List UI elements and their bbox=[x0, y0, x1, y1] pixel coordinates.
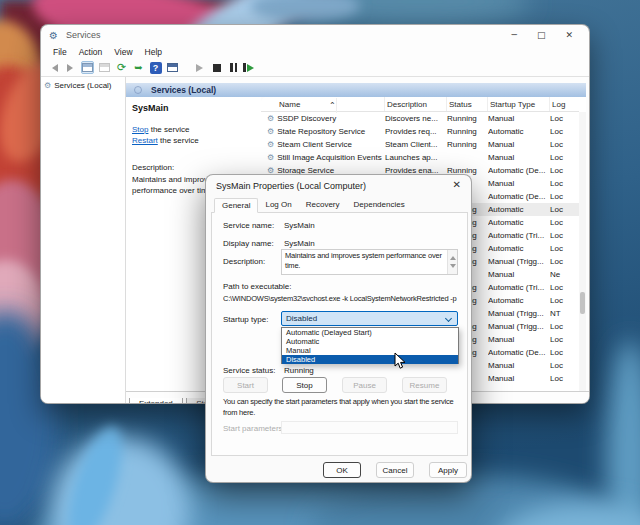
stop-link-suffix: the service bbox=[148, 125, 189, 134]
stop-service-link[interactable]: Stop bbox=[132, 125, 148, 134]
table-row[interactable]: ⚙SSDP DiscoveryDiscovers ne...RunningMan… bbox=[261, 112, 579, 125]
list-scrollbar[interactable] bbox=[579, 112, 586, 391]
start-button[interactable]: Start bbox=[223, 377, 268, 393]
cell-logon: Loc bbox=[550, 203, 579, 216]
cell-startup-type: Automatic (De... bbox=[488, 346, 550, 359]
cell-logon: Loc bbox=[550, 242, 579, 255]
startup-type-dropdown[interactable]: Disabled bbox=[281, 311, 458, 326]
cell-description: Discovers ne... bbox=[385, 112, 447, 125]
cell-logon: Loc bbox=[550, 216, 579, 229]
cell-logon: Loc bbox=[550, 255, 579, 268]
resume-button[interactable]: Resume bbox=[402, 377, 447, 393]
window-title: Services bbox=[66, 30, 101, 40]
tab-extended[interactable]: Extended bbox=[129, 398, 183, 404]
cell-description: Steam Client... bbox=[385, 138, 447, 151]
description-label: Description: bbox=[132, 163, 174, 172]
cell-logon: Loc bbox=[550, 138, 579, 151]
title-bar[interactable]: ⚙ Services ─ □ ✕ bbox=[41, 25, 589, 45]
service-name-text: SSDP Discovery bbox=[277, 112, 336, 125]
column-header-startup-type[interactable]: Startup Type bbox=[488, 97, 550, 111]
forward-icon[interactable] bbox=[64, 61, 77, 74]
maximize-icon[interactable]: □ bbox=[537, 25, 546, 45]
cell-logon: Loc bbox=[550, 151, 579, 164]
dialog-close-icon[interactable]: ✕ bbox=[453, 179, 461, 190]
cell-logon: Loc bbox=[550, 372, 579, 385]
table-row[interactable]: ⚙Steam Client ServiceSteam Client...Runn… bbox=[261, 138, 579, 151]
menu-help[interactable]: Help bbox=[139, 47, 168, 57]
help-icon[interactable]: ? bbox=[149, 61, 162, 74]
cell-startup-type: Automatic bbox=[488, 216, 550, 229]
tab-dependencies[interactable]: Dependencies bbox=[347, 198, 412, 213]
cell-startup-type: Automatic (Tri... bbox=[488, 229, 550, 242]
column-header-name[interactable]: Name bbox=[261, 97, 385, 111]
startup-type-value: Disabled bbox=[286, 314, 317, 323]
menu-view[interactable]: View bbox=[108, 47, 138, 57]
cell-startup-type: Automatic bbox=[488, 242, 550, 255]
tab-general[interactable]: General bbox=[214, 198, 258, 213]
minimize-icon[interactable]: ─ bbox=[512, 25, 517, 45]
option-automatic-delayed-start[interactable]: Automatic (Delayed Start) bbox=[282, 328, 458, 337]
pane-banner: Services (Local) bbox=[126, 83, 586, 97]
start-parameters-input[interactable] bbox=[281, 421, 458, 434]
service-status-value: Running bbox=[284, 366, 314, 375]
cell-startup-type: Manual bbox=[488, 372, 550, 385]
pause-button[interactable]: Pause bbox=[342, 377, 387, 393]
cell-startup-type: Manual bbox=[488, 151, 550, 164]
cancel-button[interactable]: Cancel bbox=[376, 462, 414, 478]
services-app-icon: ⚙ bbox=[49, 30, 60, 41]
textarea-scrollbar[interactable] bbox=[447, 250, 457, 274]
export-list-icon[interactable]: ➥ bbox=[132, 61, 145, 74]
cell-startup-type: Automatic (Tri... bbox=[488, 281, 550, 294]
scroll-up-icon[interactable] bbox=[450, 253, 456, 260]
dialog-description-label: Description: bbox=[223, 257, 265, 266]
option-automatic[interactable]: Automatic bbox=[282, 337, 458, 346]
pause-service-icon[interactable] bbox=[227, 61, 240, 74]
cell-name: ⚙State Repository Service bbox=[261, 125, 385, 138]
cell-logon: NT bbox=[550, 307, 579, 320]
back-icon[interactable] bbox=[47, 61, 60, 74]
dialog-tabs: General Log On Recovery Dependencies bbox=[214, 198, 412, 213]
cell-startup-type: Manual bbox=[488, 359, 550, 372]
service-icon: ⚙ bbox=[267, 154, 274, 162]
table-row[interactable]: ⚙State Repository ServiceProvides req...… bbox=[261, 125, 579, 138]
tab-recovery[interactable]: Recovery bbox=[299, 198, 347, 213]
properties-icon[interactable] bbox=[98, 61, 111, 74]
cell-logon: Loc bbox=[550, 125, 579, 138]
cell-startup-type: Automatic bbox=[488, 203, 550, 216]
tree-item-services-local[interactable]: ⚙ Services (Local) bbox=[41, 77, 125, 94]
menu-bar: File Action View Help bbox=[41, 45, 589, 59]
start-service-icon[interactable] bbox=[193, 61, 206, 74]
restart-link-suffix: the service bbox=[158, 136, 199, 145]
option-disabled[interactable]: Disabled bbox=[282, 355, 458, 364]
stop-button[interactable]: Stop bbox=[282, 377, 327, 393]
scroll-down-icon[interactable] bbox=[450, 264, 456, 271]
restart-service-link[interactable]: Restart bbox=[132, 136, 158, 145]
show-action-pane-icon[interactable] bbox=[166, 61, 179, 74]
apply-button[interactable]: Apply bbox=[429, 462, 467, 478]
cell-logon: Loc bbox=[550, 346, 579, 359]
cell-logon: Loc bbox=[550, 190, 579, 203]
cell-logon: Loc bbox=[550, 281, 579, 294]
option-manual[interactable]: Manual bbox=[282, 346, 458, 355]
sort-ascending-icon: ⌃ bbox=[327, 98, 337, 113]
startup-type-options-list: Automatic (Delayed Start) Automatic Manu… bbox=[281, 327, 459, 364]
scrollbar-thumb[interactable] bbox=[580, 292, 585, 314]
show-console-tree-icon[interactable] bbox=[81, 61, 94, 74]
close-icon[interactable]: ✕ bbox=[565, 25, 573, 45]
menu-action[interactable]: Action bbox=[73, 47, 109, 57]
column-header-status[interactable]: Status bbox=[447, 97, 488, 111]
menu-file[interactable]: File bbox=[47, 47, 73, 57]
column-header-description[interactable]: Description bbox=[385, 97, 447, 111]
refresh-icon[interactable]: ⟳ bbox=[115, 61, 128, 74]
cell-startup-type: Manual bbox=[488, 333, 550, 346]
ok-button[interactable]: OK bbox=[323, 462, 361, 478]
cell-description: Launches ap... bbox=[385, 151, 447, 164]
description-textarea[interactable]: Maintains and improves system performanc… bbox=[281, 249, 458, 275]
stop-service-icon[interactable] bbox=[210, 61, 223, 74]
tab-log-on[interactable]: Log On bbox=[258, 198, 298, 213]
start-parameters-note: You can specify the start parameters tha… bbox=[223, 397, 466, 418]
restart-service-icon[interactable] bbox=[244, 61, 257, 74]
table-row[interactable]: ⚙Still Image Acquisition EventsLaunches … bbox=[261, 151, 579, 164]
dialog-title: SysMain Properties (Local Computer) bbox=[216, 181, 366, 191]
column-header-logon[interactable]: Log bbox=[550, 97, 579, 111]
